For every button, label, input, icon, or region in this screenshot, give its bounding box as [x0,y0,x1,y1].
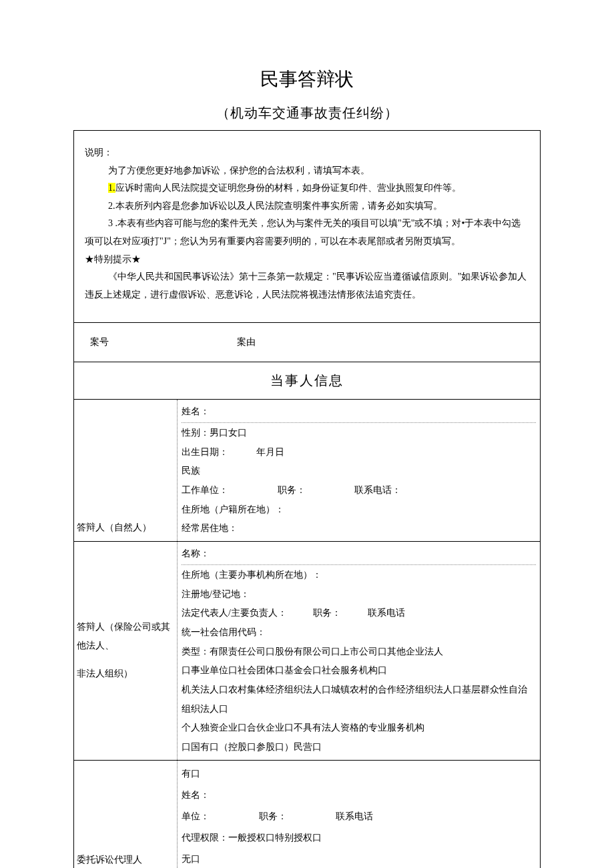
agent-post-field[interactable]: 职务： [259,811,287,821]
case-number-label: 案号 [90,336,237,348]
org-name-field[interactable]: 名称： [182,544,536,565]
respondent-org-row: 答辩人（保险公司或其他法人、 非法人组织） 名称： 住所地（主要办事机构所在地）… [74,542,540,761]
case-reason-label: 案由 [237,336,524,348]
form-outer-frame: 说明： 为了方便您更好地参加诉讼，保护您的合法权利，请填写本表。 1.应诉时需向… [73,130,541,868]
highlight-marker: 1. [108,183,115,193]
org-type-line-2[interactable]: 口事业单位口社会团体口基金会口社会服务机构口 [182,661,536,681]
respondent-natural-row: 答辩人（自然人） 姓名： 性别：男口女口 出生日期： 年月日 民族 工作单位： … [74,400,540,542]
instruction-line-4: 3 .本表有些内容可能与您的案件无关，您认为与案件无关的项目可以填"无"或不填；… [85,215,529,250]
habitual-residence-field[interactable]: 经常居住地： [182,519,536,538]
domicile-field[interactable]: 住所地（户籍所在地）： [182,500,536,520]
party-info-header: 当事人信息 [74,362,540,400]
gender-field[interactable]: 性别：男口女口 [182,424,536,443]
agent-unit-field[interactable]: 单位： [182,811,210,821]
org-reg-field[interactable]: 注册地/登记地： [182,585,536,604]
agent-row: 委托诉讼代理人 有口 姓名： 单位： 职务： 联系电话 代理权限：一般授权口特别… [74,761,540,868]
agent-tel-field[interactable]: 联系电话 [336,811,373,821]
agent-unit-row: 单位： 职务： 联系电话 [182,806,536,827]
respondent-natural-label: 答辩人（自然人） [74,400,178,541]
instruction-line-5: 《中华人民共和国民事诉讼法》第十三条第一款规定："民事诉讼应当遵循诚信原则。"如… [85,268,529,304]
document-title: 民事答辩状 [73,67,541,92]
instruction-line-3: 2.本表所列内容是您参加诉讼以及人民法院查明案件事实所需，请务必如实填写。 [85,197,529,215]
org-post-field[interactable]: 职务： [313,608,341,618]
org-type-line-1[interactable]: 类型：有限责任公司口股份有限公司口上市公司口其他企业法人 [182,642,536,662]
instruction-line-1: 为了方便您更好地参加诉讼，保护您的合法权利，请填写本表。 [85,162,529,180]
agent-has-field[interactable]: 有口 [182,763,536,785]
org-type-line-3[interactable]: 机关法人口农村集体经济组织法人口城镇农村的合作经济组织法人口基层群众性自治组织法… [182,681,536,719]
document-subtitle: （机动车交通事故责任纠纷） [73,104,541,122]
ethnic-field[interactable]: 民族 [182,462,536,481]
tel-field[interactable]: 联系电话： [354,485,401,495]
instructions-section: 说明： 为了方便您更好地参加诉讼，保护您的合法权利，请填写本表。 1.应诉时需向… [74,131,540,323]
respondent-org-fields: 名称： 住所地（主要办事机构所在地）： 注册地/登记地： 法定代表人/主要负责人… [178,542,540,760]
org-domicile-field[interactable]: 住所地（主要办事机构所在地）： [182,566,536,585]
special-tip-label: ★特别提示★ [85,251,529,269]
org-type-line-4[interactable]: 个人独资企业口合伙企业口不具有法人资格的专业服务机构 [182,719,536,738]
instructions-label: 说明： [85,144,529,162]
work-row: 工作单位： 职务： 联系电话： [182,481,536,500]
work-unit-field[interactable]: 工作单位： [182,485,228,495]
respondent-natural-fields: 姓名： 性别：男口女口 出生日期： 年月日 民族 工作单位： 职务： 联系电话：… [178,400,540,541]
dob-field[interactable]: 出生日期： 年月日 [182,443,536,462]
org-uscc-field[interactable]: 统一社会信用代码： [182,623,536,642]
post-field[interactable]: 职务： [278,485,306,495]
org-legal-rep-field[interactable]: 法定代表人/主要负责人： [182,608,287,618]
name-field[interactable]: 姓名： [182,402,536,423]
org-tel-field[interactable]: 联系电话 [368,608,405,618]
agent-name-field[interactable]: 姓名： [182,785,536,806]
respondent-org-label: 答辩人（保险公司或其他法人、 非法人组织） [74,542,178,760]
agent-none-field[interactable]: 无口 [182,849,536,868]
org-legal-row: 法定代表人/主要负责人： 职务： 联系电话 [182,604,536,623]
instruction-line-2: 1.应诉时需向人民法院提交证明您身份的材料，如身份证复印件、营业执照复印件等。 [85,179,529,197]
case-info-row: 案号 案由 [74,323,540,362]
org-type-line-5[interactable]: 口国有口（控股口参股口）民营口 [182,738,536,757]
agent-label: 委托诉讼代理人 [74,761,178,868]
agent-auth-field[interactable]: 代理权限：一般授权口特别授权口 [182,827,536,849]
agent-fields: 有口 姓名： 单位： 职务： 联系电话 代理权限：一般授权口特别授权口 无口 [178,761,540,868]
